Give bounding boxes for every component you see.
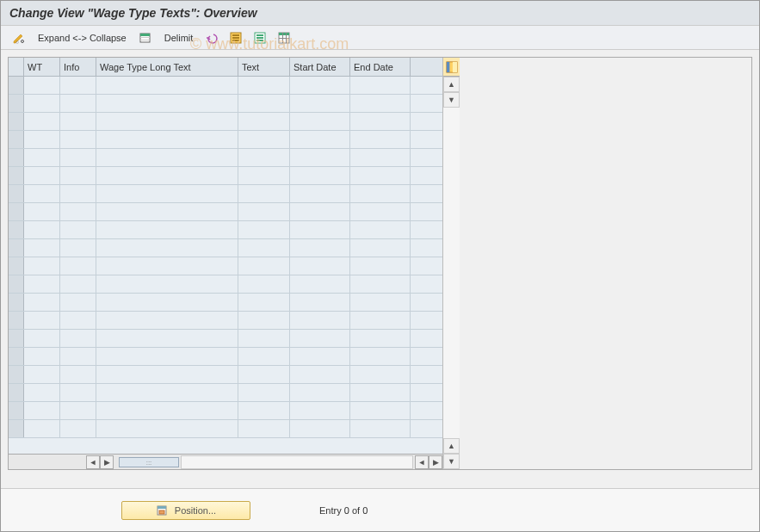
cell-text[interactable] [238,420,290,437]
scroll-first-button[interactable]: ◄ [86,455,100,469]
cell-info[interactable] [60,203,96,220]
cell-start-date[interactable] [290,95,350,112]
cell-end-date[interactable] [350,420,411,437]
row-selector[interactable] [9,77,24,94]
row-selector[interactable] [9,384,24,401]
cell-info[interactable] [60,257,96,275]
cell-wt[interactable] [24,384,60,401]
cell-start-date[interactable] [290,402,350,419]
position-button[interactable]: Position... [121,501,250,520]
cell-end-date[interactable] [350,221,411,238]
cell-long-text[interactable] [96,366,238,383]
row-selector[interactable] [9,239,24,257]
cell-end-date[interactable] [350,275,411,293]
cell-end-date[interactable] [350,131,411,148]
column-header-start-date[interactable]: Start Date [290,58,350,76]
cell-text[interactable] [238,149,290,166]
cell-end-date[interactable] [350,348,411,365]
cell-end-date[interactable] [350,185,411,202]
cell-wt[interactable] [24,239,60,257]
cell-text[interactable] [238,185,290,202]
cell-start-date[interactable] [290,113,350,130]
cell-wt[interactable] [24,167,60,184]
scroll-page-up-button[interactable]: ▼ [443,92,460,108]
cell-long-text[interactable] [96,294,238,311]
cell-start-date[interactable] [290,203,350,220]
cell-long-text[interactable] [96,167,238,184]
cell-info[interactable] [60,167,96,184]
cell-info[interactable] [60,420,96,437]
cell-text[interactable] [238,221,290,238]
cell-info[interactable] [60,185,96,202]
cell-end-date[interactable] [350,312,411,329]
cell-text[interactable] [238,275,290,293]
cell-end-date[interactable] [350,167,411,184]
cell-wt[interactable] [24,95,60,112]
scroll-last-button[interactable]: ▶ [429,455,442,469]
cell-start-date[interactable] [290,348,350,365]
cell-start-date[interactable] [290,312,350,329]
row-selector[interactable] [9,348,24,365]
cell-text[interactable] [238,294,290,311]
new-entries-button[interactable] [134,28,157,47]
cell-long-text[interactable] [96,185,238,202]
row-selector[interactable] [9,95,24,112]
scroll-right-button[interactable]: ◄ [415,455,429,469]
cell-start-date[interactable] [290,149,350,166]
cell-wt[interactable] [24,149,60,166]
cell-info[interactable] [60,131,96,148]
cell-info[interactable] [60,275,96,293]
cell-wt[interactable] [24,185,60,202]
cell-text[interactable] [238,312,290,329]
cell-wt[interactable] [24,294,60,311]
cell-long-text[interactable] [96,257,238,275]
row-selector[interactable] [9,149,24,166]
column-header-wt[interactable]: WT [24,58,60,76]
cell-info[interactable] [60,330,96,347]
row-selector[interactable] [9,275,24,293]
cell-long-text[interactable] [96,77,238,94]
cell-start-date[interactable] [290,257,350,275]
cell-wt[interactable] [24,420,60,437]
cell-long-text[interactable] [96,402,238,419]
cell-wt[interactable] [24,77,60,94]
row-selector[interactable] [9,113,24,130]
cell-long-text[interactable] [96,348,238,365]
cell-long-text[interactable] [96,420,238,437]
row-selector[interactable] [9,366,24,383]
row-selector[interactable] [9,167,24,184]
row-selector[interactable] [9,131,24,148]
cell-wt[interactable] [24,330,60,347]
cell-info[interactable] [60,77,96,94]
row-selector[interactable] [9,257,24,275]
cell-text[interactable] [238,95,290,112]
cell-wt[interactable] [24,402,60,419]
cell-end-date[interactable] [350,402,411,419]
cell-wt[interactable] [24,203,60,220]
row-selector[interactable] [9,221,24,238]
cell-start-date[interactable] [290,167,350,184]
cell-text[interactable] [238,167,290,184]
cell-wt[interactable] [24,257,60,275]
cell-info[interactable] [60,312,96,329]
cell-wt[interactable] [24,312,60,329]
row-selector[interactable] [9,420,24,437]
cell-text[interactable] [238,348,290,365]
cell-end-date[interactable] [350,257,411,275]
delimit-button[interactable]: Delimit [158,30,200,46]
row-selector[interactable] [9,312,24,329]
table-settings-button[interactable] [273,28,295,47]
cell-wt[interactable] [24,131,60,148]
cell-text[interactable] [238,113,290,130]
cell-start-date[interactable] [290,131,350,148]
cell-long-text[interactable] [96,275,238,293]
scroll-down-button[interactable]: ▼ [443,454,460,469]
column-header-end-date[interactable]: End Date [350,58,411,76]
scroll-page-down-button[interactable]: ▲ [443,438,460,454]
cell-start-date[interactable] [290,294,350,311]
cell-info[interactable] [60,348,96,365]
cell-start-date[interactable] [290,77,350,94]
cell-long-text[interactable] [96,312,238,329]
column-header-text[interactable]: Text [238,58,290,76]
cell-info[interactable] [60,149,96,166]
